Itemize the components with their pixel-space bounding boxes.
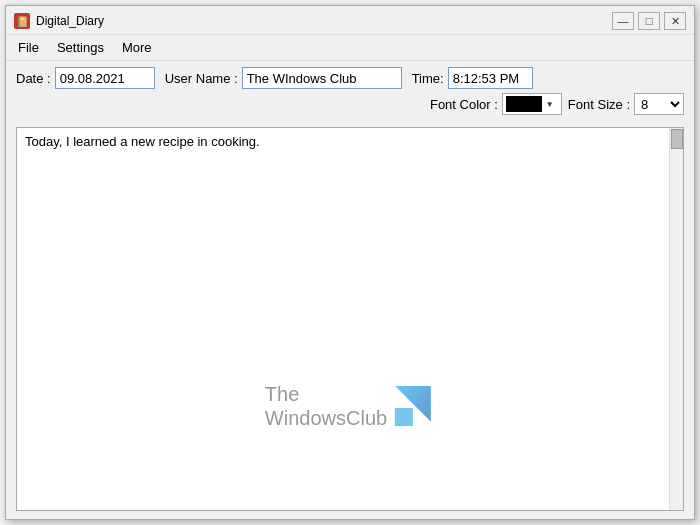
toolbar: Date : User Name : Time: Font Color :	[6, 61, 694, 119]
title-bar-left: 📔 Digital_Diary	[14, 13, 104, 29]
font-size-select[interactable]: 6 7 8 9 10 11 12 14 16 18 20	[634, 93, 684, 115]
username-field-group: User Name :	[165, 67, 402, 89]
content-area: Today, I learned a new recipe in cooking…	[6, 119, 694, 519]
maximize-button[interactable]: □	[638, 12, 660, 30]
window-title: Digital_Diary	[36, 14, 104, 28]
menu-settings[interactable]: Settings	[49, 37, 112, 58]
close-button[interactable]: ✕	[664, 12, 686, 30]
font-color-select[interactable]: ▼	[502, 93, 562, 115]
minimize-button[interactable]: —	[612, 12, 634, 30]
date-label: Date :	[16, 71, 51, 86]
font-color-label: Font Color :	[430, 97, 498, 112]
font-color-dropdown-arrow: ▼	[546, 100, 554, 109]
time-field-group: Time:	[412, 67, 533, 89]
menu-bar: File Settings More	[6, 35, 694, 61]
time-input[interactable]	[448, 67, 533, 89]
date-input[interactable]	[55, 67, 155, 89]
menu-more[interactable]: More	[114, 37, 160, 58]
font-color-group: Font Color : ▼	[430, 93, 562, 115]
username-input[interactable]	[242, 67, 402, 89]
date-field-group: Date :	[16, 67, 155, 89]
app-icon: 📔	[14, 13, 30, 29]
time-label: Time:	[412, 71, 444, 86]
username-label: User Name :	[165, 71, 238, 86]
app-window: 📔 Digital_Diary — □ ✕ File Settings More…	[5, 5, 695, 520]
window-controls: — □ ✕	[612, 12, 686, 30]
font-size-label: Font Size :	[568, 97, 630, 112]
diary-wrapper: Today, I learned a new recipe in cooking…	[16, 127, 684, 511]
font-color-swatch	[506, 96, 542, 112]
font-size-group: Font Size : 6 7 8 9 10 11 12 14 16 18 20	[568, 93, 684, 115]
menu-file[interactable]: File	[10, 37, 47, 58]
toolbar-row2: Font Color : ▼ Font Size : 6 7 8 9 10 11…	[16, 93, 684, 115]
toolbar-row1: Date : User Name : Time:	[16, 67, 684, 89]
diary-textarea[interactable]: Today, I learned a new recipe in cooking…	[17, 128, 683, 510]
title-bar: 📔 Digital_Diary — □ ✕	[6, 6, 694, 35]
